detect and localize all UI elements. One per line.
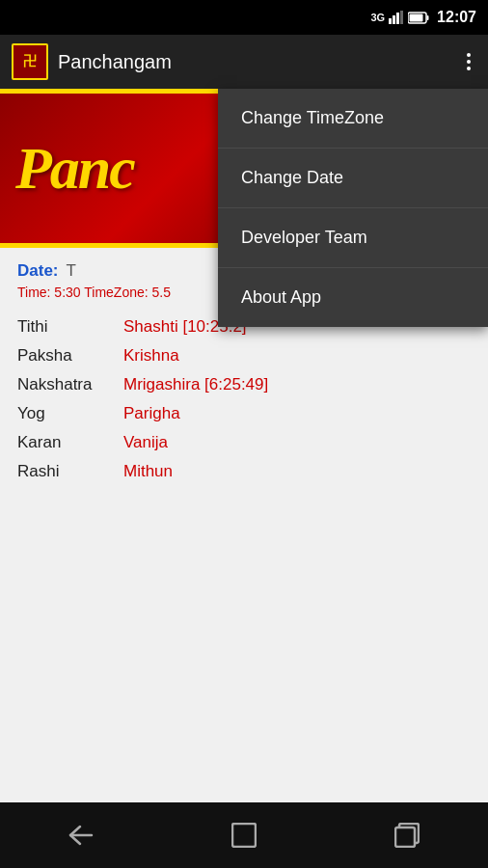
table-row: YogParigha xyxy=(17,404,471,423)
svg-rect-0 xyxy=(389,18,392,24)
table-row: NakshatraMrigashira [6:25:49] xyxy=(17,375,471,394)
row-value: Krishna xyxy=(123,346,179,366)
dropdown-menu: Change TimeZoneChange DateDeveloper Team… xyxy=(218,89,488,327)
page-wrapper: 3G 12:07 卍 Panchangam xyxy=(0,0,488,868)
table-row: KaranVanija xyxy=(17,433,471,452)
row-value: Parigha xyxy=(123,404,180,423)
app-logo-symbol: 卍 xyxy=(23,53,37,70)
banner-text: Panc xyxy=(15,134,134,203)
status-time: 12:07 xyxy=(437,9,476,26)
recents-button[interactable] xyxy=(378,816,436,854)
menu-item-about-app[interactable]: About App xyxy=(218,268,488,327)
row-key: Paksha xyxy=(17,346,123,366)
app-toolbar: 卍 Panchangam xyxy=(0,35,488,89)
overflow-menu-button[interactable] xyxy=(461,47,476,76)
nav-bar xyxy=(0,802,488,868)
svg-rect-10 xyxy=(395,827,415,847)
menu-item-developer-team[interactable]: Developer Team xyxy=(218,208,488,268)
date-value: T xyxy=(67,261,76,281)
status-bar: 3G 12:07 xyxy=(0,0,488,35)
row-value: Mithun xyxy=(123,462,173,481)
table-row: PakshaKrishna xyxy=(17,346,471,366)
row-value: Vanija xyxy=(123,433,168,452)
app-title: Panchangam xyxy=(58,51,451,73)
signal-bars-icon xyxy=(389,11,404,24)
network-indicator: 3G xyxy=(370,12,385,23)
svg-rect-8 xyxy=(232,824,256,847)
row-key: Karan xyxy=(17,433,123,452)
row-value: Mrigashira [6:25:49] xyxy=(123,375,268,394)
data-table: TithiShashti [10:25:2]PakshaKrishnaNaksh… xyxy=(17,317,471,481)
svg-rect-5 xyxy=(427,15,429,20)
svg-rect-1 xyxy=(393,15,395,24)
home-button[interactable] xyxy=(215,816,273,854)
status-icons: 3G 12:07 xyxy=(370,9,476,26)
dot-1 xyxy=(467,53,471,57)
table-row: RashiMithun xyxy=(17,462,471,481)
dot-3 xyxy=(467,67,471,70)
menu-item-change-date[interactable]: Change Date xyxy=(218,149,488,208)
app-logo: 卍 xyxy=(12,43,48,80)
main-content: Date: T Time: 5:30 TimeZone: 5.5 TithiSh… xyxy=(0,248,488,868)
row-key: Tithi xyxy=(17,317,123,337)
row-key: Yog xyxy=(17,404,123,423)
date-label: Date: xyxy=(17,261,59,281)
row-key: Nakshatra xyxy=(17,375,123,394)
dot-2 xyxy=(467,60,471,64)
svg-rect-3 xyxy=(400,11,403,24)
row-key: Rashi xyxy=(17,462,123,481)
svg-rect-2 xyxy=(396,13,399,24)
menu-item-change-timezone[interactable]: Change TimeZone xyxy=(218,89,488,149)
battery-icon xyxy=(408,12,429,24)
back-button[interactable] xyxy=(52,816,110,854)
svg-rect-6 xyxy=(410,14,423,21)
